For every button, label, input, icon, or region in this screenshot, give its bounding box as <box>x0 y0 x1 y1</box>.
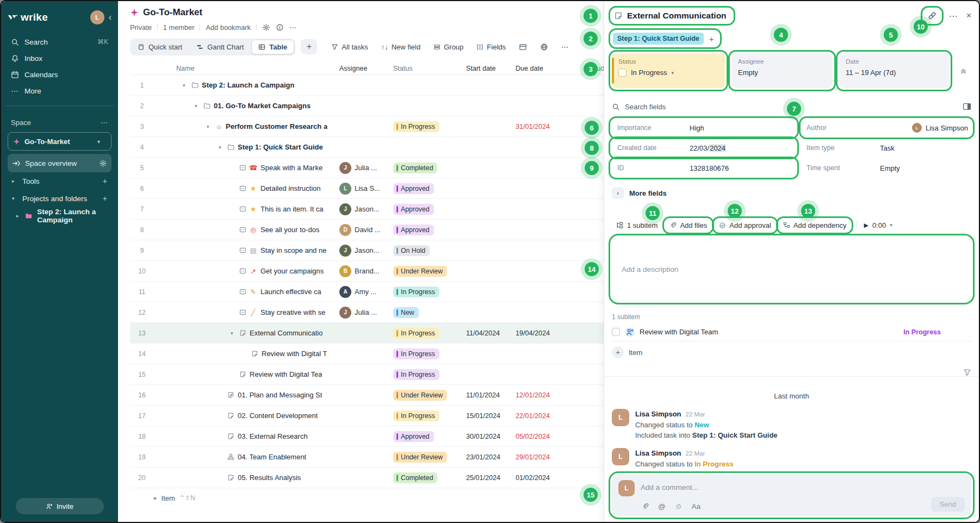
meta-more-icon[interactable]: ⋯ <box>289 23 296 32</box>
status-cell[interactable]: In Progress <box>390 410 461 421</box>
status-cell[interactable]: On Hold <box>390 245 461 256</box>
table-row[interactable]: 10 ↗ Get your campaigns BBrand... Under … <box>130 261 604 282</box>
assign-person-icon[interactable] <box>625 328 634 337</box>
space-more-icon[interactable]: ⋯ <box>101 119 108 127</box>
add-tag-button[interactable]: + <box>709 34 714 43</box>
add-tool-icon[interactable]: + <box>103 177 107 185</box>
column-header-assignee[interactable]: Assignee <box>337 65 390 72</box>
sidebar-item-projects-folders[interactable]: ▾ Projects and folders + <box>8 190 111 207</box>
invite-button[interactable]: Invite <box>16 498 104 514</box>
table-row[interactable]: 16 01. Plan and Messaging St Under Revie… <box>130 385 604 406</box>
table-row[interactable]: 8 ◎ See all your to-dos DDavid ... Appro… <box>130 220 604 240</box>
sidebar-item-calendars[interactable]: Calendars <box>8 66 111 83</box>
status-badge[interactable]: Under Review <box>393 266 447 277</box>
status-badge[interactable]: Completed <box>393 472 437 483</box>
status-badge[interactable]: In Progress <box>393 121 439 132</box>
status-cell[interactable]: Under Review <box>390 452 461 463</box>
sidebar-item-more[interactable]: ⋯ More <box>8 83 111 99</box>
table-row[interactable]: 5 ☎ Speak with a Marke JJulia ... Comple… <box>130 158 604 178</box>
add-view-button[interactable]: + <box>301 39 317 54</box>
meta-item[interactable]: Private <box>130 23 152 32</box>
due-date-cell[interactable]: 29/01/2024 <box>512 453 565 461</box>
start-date-cell[interactable]: 23/01/2024 <box>461 453 512 461</box>
meta-item[interactable]: Add bookmark <box>206 23 251 32</box>
status-cell[interactable]: In Progress <box>390 328 461 339</box>
field-author[interactable]: Author LLisa Simpson <box>802 120 971 136</box>
status-cell[interactable]: In Progress <box>390 348 461 359</box>
due-date-cell[interactable]: 22/01/2024 <box>512 412 565 420</box>
task-title[interactable]: External Communication <box>612 9 732 22</box>
column-header-budget[interactable]: Budget <box>565 65 604 72</box>
table-row[interactable]: 9 ▤ Stay in scope and ne JJason... On Ho… <box>130 240 604 261</box>
status-cell[interactable]: In Progress <box>390 369 461 380</box>
assignee-cell[interactable]: JJason... <box>337 203 390 215</box>
sidebar-item-search[interactable]: Search ⌘K <box>8 34 111 50</box>
chevron-down-icon[interactable]: ▾ <box>231 331 239 336</box>
status-cell[interactable]: Approved <box>390 204 461 215</box>
add-subitem-button[interactable]: + Item <box>612 345 971 360</box>
assignee-cell[interactable]: JJulia ... <box>337 162 390 174</box>
column-header-due-date[interactable]: Due date <box>512 65 565 72</box>
field-importance[interactable]: Importance High <box>612 120 796 136</box>
start-date-cell[interactable]: 25/01/2024 <box>461 474 512 482</box>
due-date-cell[interactable]: 19/04/2024 <box>512 329 565 337</box>
status-badge[interactable]: Under Review <box>393 390 447 401</box>
send-button[interactable]: Send <box>931 497 965 512</box>
chevron-down-icon[interactable]: ▾ <box>219 145 227 150</box>
meta-item[interactable]: 1 member <box>163 23 195 32</box>
status-cell[interactable]: Completed <box>390 163 461 173</box>
column-header-start-date[interactable]: Start date <box>461 65 512 72</box>
start-date-cell[interactable]: 11/01/2024 <box>461 391 512 399</box>
toolbar-more-button[interactable]: ⋯ <box>561 43 568 51</box>
parent-folder-tag[interactable]: Step 1: Quick Start Guide <box>613 33 704 45</box>
emoji-icon[interactable]: ☺ <box>675 502 683 510</box>
close-panel-button[interactable]: × <box>966 11 971 21</box>
copy-link-button[interactable] <box>924 9 940 22</box>
status-cell[interactable]: Approved <box>390 431 461 442</box>
add-files-button[interactable]: Add files <box>666 220 711 231</box>
comment-box[interactable]: L Add a comment... @ ☺ Aa Send <box>612 475 971 516</box>
complete-checkbox[interactable] <box>618 69 627 77</box>
assignee-cell[interactable]: DDavid ... <box>337 224 390 236</box>
search-fields[interactable]: Search fields <box>612 101 971 112</box>
info-icon[interactable] <box>276 23 284 32</box>
due-date-cell[interactable]: 01/02/2024 <box>512 474 565 482</box>
assignee-cell[interactable]: LLisa S... <box>337 183 390 195</box>
table-row[interactable]: 3 ▾ ☼ Perform Customer Research a In Pro… <box>130 116 604 137</box>
new-field-control[interactable]: ↑↓ New field <box>381 43 420 51</box>
table-row[interactable]: 4 ▾ Step 1: Quick Start Guide <box>130 137 604 158</box>
fields-control[interactable]: Fields <box>476 43 506 51</box>
assignee-cell[interactable]: JJulia ... <box>337 307 390 319</box>
assignee-field[interactable]: Assignee Empty <box>731 53 833 88</box>
table-row[interactable]: 14 Review with Digital T In Progress <box>130 344 604 364</box>
due-date-cell[interactable]: 05/02/2024 <box>512 433 565 440</box>
table-row[interactable]: 6 ★ Detailed instruction LLisa S... Appr… <box>130 178 604 199</box>
more-fields-button[interactable]: › More fields <box>612 187 971 199</box>
start-date-cell[interactable]: 11/04/2024 <box>461 329 512 337</box>
sidebar-item-inbox[interactable]: Inbox <box>8 50 111 66</box>
column-header-name[interactable]: Name <box>154 65 337 72</box>
add-project-icon[interactable]: + <box>103 194 107 203</box>
table-row[interactable]: 11 ✎ Launch effective ca AAmy ... In Pro… <box>130 282 604 302</box>
status-field[interactable]: Status In Progress ▾ <box>612 53 725 88</box>
due-date-cell[interactable]: 12/01/2024 <box>512 391 565 399</box>
start-date-cell[interactable]: 30/01/2024 <box>461 433 512 440</box>
status-badge[interactable]: Under Review <box>393 452 447 463</box>
table-row[interactable]: 18 03. External Research Approved 30/01/… <box>130 426 604 447</box>
status-badge[interactable]: Completed <box>393 163 437 173</box>
table-row[interactable]: 20 05. Results Analysis Completed 25/01/… <box>130 468 604 488</box>
table-row[interactable]: 1 ▾ Step 2: Launch a Campaign <box>130 75 604 96</box>
chevron-down-icon[interactable]: ▾ <box>195 103 203 109</box>
tab-quick-start[interactable]: Quick start <box>131 40 189 54</box>
status-badge[interactable]: Approved <box>393 225 434 235</box>
chevron-down-icon[interactable]: ▾ <box>183 83 191 88</box>
status-badge[interactable]: Approved <box>393 183 434 194</box>
table-row[interactable]: 2 ▾ 01. Go-To Market Campaigns <box>130 96 604 116</box>
gear-icon[interactable] <box>99 159 107 167</box>
field-created-date[interactable]: Created date 22/03/2024 <box>612 140 796 156</box>
sidebar-item-tools[interactable]: ▸ Tools + <box>8 172 111 190</box>
status-cell[interactable]: Approved <box>390 183 461 194</box>
table-row[interactable]: 7 ★ This is an item. It ca JJason... App… <box>130 199 604 220</box>
status-badge[interactable]: On Hold <box>393 245 430 256</box>
table-row[interactable]: 17 02. Content Development In Progress 1… <box>130 406 604 426</box>
